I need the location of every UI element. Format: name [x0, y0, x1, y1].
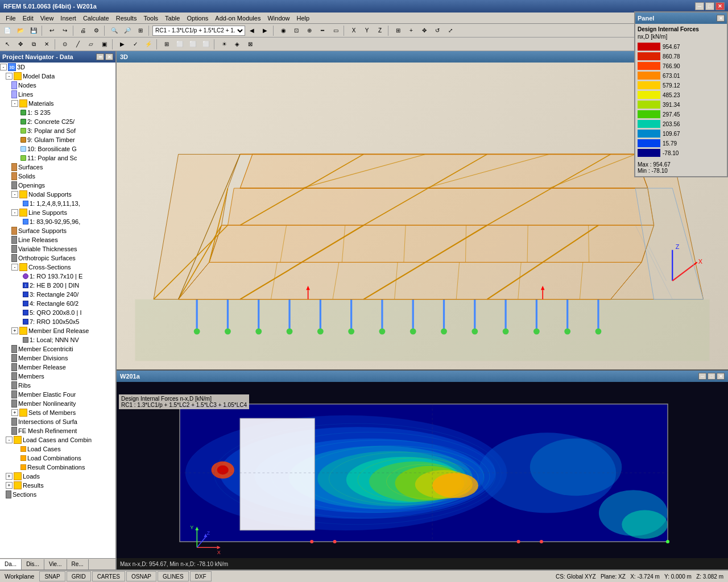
tree-mer-1[interactable]: 1: Local; NNN NV: [0, 335, 115, 344]
tree-var-thick[interactable]: Variable Thicknesses: [0, 244, 115, 253]
panel-close[interactable]: ✕: [717, 15, 725, 22]
nav-close-button[interactable]: ✕: [105, 53, 113, 60]
tb2-run[interactable]: ⚡: [142, 39, 155, 50]
tree-line-supports[interactable]: - Line Supports: [0, 208, 115, 217]
tb-prev[interactable]: ◀: [246, 25, 258, 36]
tb2-front[interactable]: ⬜: [173, 39, 186, 50]
tb-open[interactable]: 📂: [14, 25, 27, 36]
tb2-calc[interactable]: ▶: [116, 39, 129, 50]
menu-tools[interactable]: Tools: [140, 14, 162, 23]
nav-tab-results[interactable]: Re...: [67, 559, 89, 569]
tb2-node[interactable]: ⊙: [59, 39, 71, 50]
expand-loads[interactable]: +: [6, 473, 13, 480]
tb-save[interactable]: 💾: [27, 25, 40, 36]
tree-mat-2[interactable]: 2: Concrete C25/: [0, 117, 115, 126]
tree-surface-sup[interactable]: Surface Supports: [0, 226, 115, 235]
tree-item-3d[interactable]: - 3D 3D: [0, 63, 115, 72]
tree-mat-3[interactable]: 3: Poplar and Sof: [0, 126, 115, 135]
menu-results[interactable]: Results: [113, 14, 140, 23]
tb-new[interactable]: 📄: [1, 25, 14, 36]
tree-member-ecc[interactable]: Member Eccentriciti: [0, 344, 115, 354]
tb2-side[interactable]: ⬜: [187, 39, 199, 50]
tree-mat-10[interactable]: 10: Borosilicate G: [0, 144, 115, 153]
tree-load-cases[interactable]: Load Cases: [0, 444, 115, 454]
tree-cs-5[interactable]: 5: QRO 200x8.0 | I: [0, 308, 115, 317]
close-button[interactable]: ✕: [715, 2, 725, 10]
tree-ns-1[interactable]: 1: 1,2,4,8,9,11,13,: [0, 199, 115, 208]
tb2-iso[interactable]: ⊞: [160, 39, 173, 50]
menu-view[interactable]: View: [37, 14, 57, 23]
cartes-btn[interactable]: CARTES: [92, 571, 125, 581]
tree-lines[interactable]: Lines: [0, 90, 115, 99]
tree-load-cases-combo[interactable]: - Load Cases and Combin: [0, 435, 115, 444]
tree-model-data[interactable]: - Model Data: [0, 72, 115, 81]
tb2-surf[interactable]: ▱: [85, 39, 97, 50]
tree-mat-1[interactable]: 1: S 235: [0, 108, 115, 117]
tree-cross-sections[interactable]: - Cross-Sections: [0, 263, 115, 272]
grid-btn[interactable]: GRID: [67, 571, 91, 581]
tb-render[interactable]: ◉: [277, 25, 289, 36]
tree-member-nonlin[interactable]: Member Nonlinearity: [0, 399, 115, 408]
restore-button[interactable]: □: [705, 2, 714, 10]
tree-fe-mesh[interactable]: FE Mesh Refinement: [0, 426, 115, 435]
tb2-move2[interactable]: ✥: [14, 39, 27, 50]
tree-cs-2[interactable]: I 2: HE B 200 | DIN: [0, 281, 115, 290]
menu-calculate[interactable]: Calculate: [80, 14, 113, 23]
tree-intersections[interactable]: Intersections of Surfa: [0, 417, 115, 426]
dxf-btn[interactable]: DXF: [190, 571, 212, 581]
tree-ribs[interactable]: Ribs: [0, 381, 115, 390]
tb-undo[interactable]: ↩: [46, 25, 58, 36]
expand-line-sup[interactable]: -: [11, 209, 18, 216]
nav-tab-display[interactable]: Dis...: [22, 559, 44, 569]
tree-openings[interactable]: Openings: [0, 181, 115, 190]
tb2-copy[interactable]: ⧉: [27, 39, 40, 50]
expand-3d[interactable]: -: [0, 64, 7, 70]
tree-mat-9[interactable]: 9: Glulam Timber: [0, 135, 115, 144]
menu-file[interactable]: File: [2, 14, 19, 23]
tree-loads[interactable]: + Loads: [0, 472, 115, 481]
v2d-min[interactable]: ─: [698, 373, 706, 380]
tb-rotate[interactable]: ↺: [431, 25, 444, 36]
tree-sets-members[interactable]: + Sets of Members: [0, 408, 115, 417]
tb2-light[interactable]: ☀: [218, 39, 230, 50]
expand-lcc[interactable]: -: [6, 436, 13, 443]
menu-help[interactable]: Help: [293, 14, 313, 23]
tb-zoom-all[interactable]: ⊞: [134, 25, 147, 36]
expand-results[interactable]: +: [6, 482, 13, 489]
glines-btn[interactable]: GLINES: [158, 571, 189, 581]
snap-btn[interactable]: SNAP: [39, 571, 65, 581]
tree-cs-7[interactable]: 7: RRO 100x50x5: [0, 317, 115, 326]
nav-tab-data[interactable]: Da...: [0, 559, 22, 569]
tree-member-div[interactable]: Member Divisions: [0, 354, 115, 363]
tb-props[interactable]: ⚙: [90, 25, 102, 36]
tree-nodes[interactable]: Nodes: [0, 81, 115, 90]
tree-ls-1[interactable]: 1: 83,90-92,95,96,: [0, 217, 115, 226]
expand-sets[interactable]: +: [11, 409, 18, 416]
expand-cs[interactable]: -: [11, 264, 18, 271]
load-combo-select[interactable]: RC1 - 1.3*LC1/p + 1.5*LC2 + 1.: [152, 26, 245, 36]
minimize-button[interactable]: ─: [695, 2, 704, 10]
menu-options[interactable]: Options: [183, 14, 212, 23]
tb-surf[interactable]: ▭: [329, 25, 342, 36]
tree-materials[interactable]: - Materials: [0, 99, 115, 108]
tree-nodal-supports[interactable]: - Nodal Supports: [0, 190, 115, 199]
tree-members[interactable]: Members: [0, 372, 115, 381]
tb-display[interactable]: ⊞: [392, 25, 404, 36]
menu-edit[interactable]: Edit: [19, 14, 37, 23]
tree-cs-4[interactable]: 4: Rectangle 60/2: [0, 299, 115, 308]
tb-wire[interactable]: ⊡: [290, 25, 303, 36]
tree-member-release[interactable]: Member Release: [0, 363, 115, 372]
tree-surfaces[interactable]: Surfaces: [0, 163, 115, 172]
tb2-check[interactable]: ✓: [129, 39, 142, 50]
expand-nodal-sup[interactable]: -: [11, 191, 18, 198]
tb-zoom-in[interactable]: 🔍: [108, 25, 121, 36]
tb2-mat[interactable]: ◈: [231, 39, 243, 50]
tb-scale[interactable]: ⤢: [444, 25, 457, 36]
tree-ortho-surf[interactable]: Orthotropic Surfaces: [0, 253, 115, 263]
tb-next[interactable]: ▶: [259, 25, 271, 36]
nav-tab-view[interactable]: Vie...: [44, 559, 67, 569]
tree-load-combos[interactable]: Load Combinations: [0, 454, 115, 463]
v2d-max[interactable]: □: [708, 373, 715, 380]
tb-x[interactable]: X: [348, 25, 360, 36]
menu-insert[interactable]: Insert: [57, 14, 80, 23]
